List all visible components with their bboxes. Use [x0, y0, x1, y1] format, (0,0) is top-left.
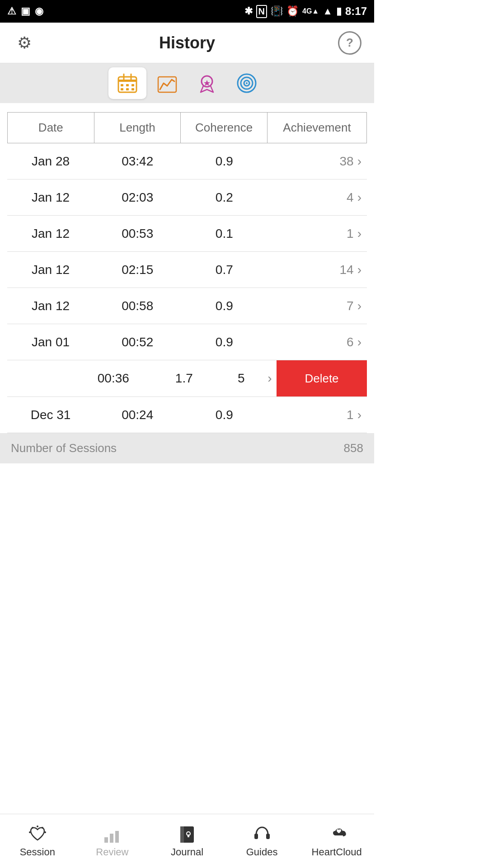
svg-rect-9 [131, 88, 134, 90]
tab-chart[interactable] [148, 67, 186, 99]
svg-rect-5 [126, 84, 129, 86]
table-row[interactable]: Jan 12 02:03 0.2 4 › [7, 179, 367, 216]
cell-coherence: 0.7 [181, 255, 267, 285]
question-icon: ? [346, 36, 353, 50]
cell-length: 02:15 [94, 255, 181, 285]
cell-coherence: 0.2 [181, 182, 267, 213]
cell-length: 00:36 [78, 363, 149, 394]
svg-point-21 [32, 827, 33, 829]
svg-rect-29 [254, 834, 258, 839]
cell-date: Jan 12 [7, 291, 94, 321]
session-nav-icon [28, 825, 47, 844]
table-row[interactable]: Jan 12 02:15 0.7 14 › [7, 252, 367, 288]
cell-coherence: 0.1 [181, 218, 267, 249]
svg-rect-30 [266, 834, 270, 839]
signal-4g-icon: 4G▲ [302, 7, 319, 15]
cell-date: Jan 12 [7, 255, 94, 285]
table-row[interactable]: Jan 01 00:52 0.9 6 › [7, 324, 367, 360]
journal-nav-label: Journal [171, 846, 203, 858]
settings-button[interactable]: ⚙ [13, 31, 36, 55]
tab-target[interactable] [228, 67, 266, 99]
sessions-count: 858 [344, 441, 363, 455]
nav-item-guides[interactable]: Guides [225, 814, 300, 868]
nav-item-journal[interactable]: Journal [150, 814, 225, 868]
cell-length: 02:03 [94, 182, 181, 213]
status-bar: ⚠ ▣ ◉ ✱ N 📳 ⏰ 4G▲ ▲ ▮ 8:17 [0, 0, 374, 23]
col-header-achievement: Achievement [267, 113, 366, 143]
cell-achievement: 6 › [267, 327, 367, 358]
record-icon: ◉ [35, 5, 43, 17]
header: ⚙ History ? [0, 23, 374, 63]
cell-coherence: 0.9 [181, 400, 267, 430]
svg-point-20 [29, 831, 31, 833]
svg-point-18 [42, 827, 43, 829]
svg-rect-1 [118, 80, 136, 82]
col-header-date: Date [8, 113, 94, 143]
cell-achievement: 14 › [267, 255, 367, 285]
badge-icon [197, 73, 217, 93]
image-icon: ▣ [21, 5, 30, 17]
guides-nav-icon [253, 825, 272, 844]
cell-achievement: 4 › [267, 182, 367, 213]
nav-item-review[interactable]: Review [75, 814, 150, 868]
bluetooth-icon: ✱ [244, 5, 253, 17]
cell-achievement: 7 › [267, 291, 367, 321]
svg-point-19 [44, 831, 46, 833]
nav-item-heartcloud[interactable]: HeartCloud [299, 814, 374, 868]
cell-length: 03:42 [94, 146, 181, 177]
alarm-icon: ⏰ [286, 5, 299, 17]
tab-calendar[interactable] [108, 67, 146, 99]
col-header-coherence: Coherence [181, 113, 267, 143]
cell-date: Dec 31 [7, 400, 94, 430]
page-title: History [159, 33, 215, 52]
cell-date: Jan 01 [7, 327, 94, 358]
cell-coherence: 0.9 [181, 327, 267, 358]
tab-badge[interactable] [188, 67, 226, 99]
col-header-length: Length [94, 113, 181, 143]
cell-achievement: 1 › [267, 218, 367, 249]
heartcloud-nav-icon [326, 825, 347, 844]
battery-icon: ▮ [336, 5, 342, 17]
svg-point-17 [37, 826, 38, 827]
svg-rect-6 [131, 84, 134, 86]
table-header: Date Length Coherence Achievement [7, 112, 367, 143]
help-button[interactable]: ? [338, 31, 361, 55]
table-row[interactable]: Dec 31 00:24 0.9 1 › [7, 397, 367, 433]
cell-length: 00:24 [94, 400, 181, 430]
sessions-count-bar: Number of Sessions 858 [0, 433, 374, 463]
nav-item-session[interactable]: Session [0, 814, 75, 868]
signal-icon: ▲ [323, 5, 333, 17]
cell-coherence: 0.9 [181, 146, 267, 177]
cell-achievement: 5 [220, 363, 263, 394]
chevron-right-icon: › [357, 335, 361, 349]
cell-length: 00:53 [94, 218, 181, 249]
cell-coherence: 1.7 [149, 363, 220, 394]
cell-length: 00:58 [94, 291, 181, 321]
sessions-label: Number of Sessions [11, 441, 117, 455]
delete-button[interactable]: Delete [277, 360, 367, 396]
table-row[interactable]: Jan 28 03:42 0.9 38 › [7, 143, 367, 179]
svg-point-16 [246, 82, 248, 84]
svg-rect-22 [104, 837, 108, 843]
cell-achievement: 38 › [267, 146, 367, 177]
table-row-swiped[interactable]: 00:36 1.7 5 › Delete [7, 360, 367, 397]
chevron-right-icon: › [357, 263, 361, 277]
review-nav-icon [103, 825, 122, 844]
cell-achievement: 1 › [267, 400, 367, 430]
cell-coherence: 0.9 [181, 291, 267, 321]
chevron-right-icon: › [357, 408, 361, 422]
cell-date: Jan 12 [7, 182, 94, 213]
bottom-navigation: Session Review Journal Guides [0, 814, 374, 868]
svg-rect-8 [126, 88, 129, 90]
svg-rect-10 [158, 77, 176, 92]
cell-length: 00:52 [94, 327, 181, 358]
table-row[interactable]: Jan 12 00:53 0.1 1 › [7, 216, 367, 252]
table-row[interactable]: Jan 12 00:58 0.9 7 › [7, 288, 367, 324]
svg-rect-4 [121, 84, 123, 86]
cell-date: Jan 12 [7, 218, 94, 249]
svg-rect-24 [115, 831, 119, 843]
svg-rect-23 [110, 834, 113, 843]
svg-marker-12 [204, 80, 210, 86]
chevron-right-icon: › [357, 154, 361, 169]
session-nav-label: Session [20, 846, 55, 858]
